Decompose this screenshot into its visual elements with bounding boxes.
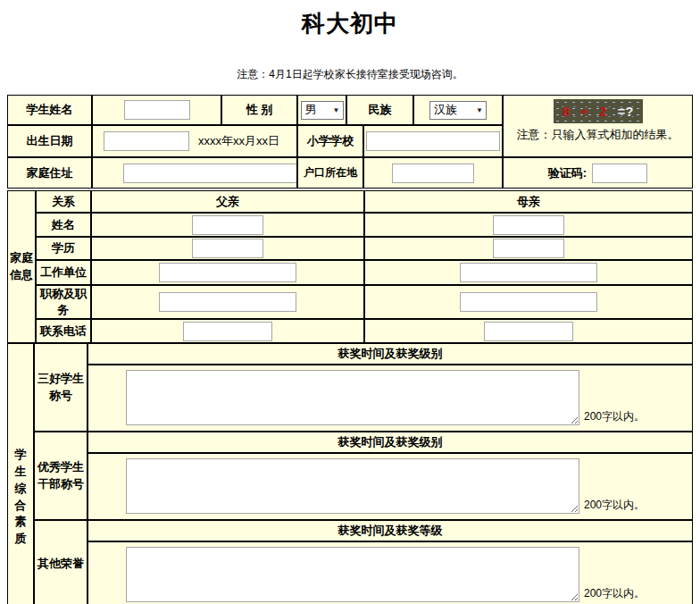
mother-title-input[interactable]: [460, 292, 597, 312]
father-employer-input[interactable]: [159, 263, 296, 282]
family-row-label: 职称及职务: [36, 285, 91, 319]
student-name-input[interactable]: [124, 100, 190, 120]
father-education-input[interactable]: [192, 239, 263, 258]
captcha-num1: 8: [562, 104, 570, 119]
captcha-operator: +: [580, 104, 588, 119]
mother-phone-input[interactable]: [484, 322, 573, 341]
family-row-label: 姓名: [36, 213, 91, 237]
mother-employer-input[interactable]: [460, 263, 597, 282]
page-title: 科大初中: [0, 8, 700, 39]
home-address-label: 家庭住址: [7, 157, 92, 189]
father-name-input[interactable]: [192, 215, 263, 235]
merit-student-textarea[interactable]: [126, 370, 579, 425]
birth-date-input[interactable]: [104, 131, 189, 151]
captcha-code-input[interactable]: [592, 164, 647, 183]
captcha-area: 8 + 2 =? 注意：只输入算式相加的结果。: [503, 95, 693, 157]
student-name-label: 学生姓名: [7, 95, 92, 125]
captcha-code-label: 验证码:: [548, 165, 587, 181]
registry-location-label: 户口所在地: [297, 157, 363, 189]
quality-block-label: 优秀学生干部称号: [34, 432, 88, 520]
gender-select-value: 男: [305, 102, 317, 118]
award-header: 获奖时间及获奖级别: [88, 432, 693, 453]
student-quality-table: 学生综合素质 三好学生称号 获奖时间及获奖级别 200字以内。 优秀学生干部称号…: [7, 343, 693, 604]
chevron-down-icon: ▼: [333, 106, 340, 114]
family-section-label: 家庭信息: [7, 190, 36, 343]
other-honors-textarea[interactable]: [126, 547, 579, 602]
captcha-image: 8 + 2 =?: [554, 99, 643, 123]
enrollment-form: 学生姓名 性 别 男 ▼ 民族 汉族 ▼ 8 + 2: [7, 95, 693, 604]
award-header: 获奖时间及获奖等级: [88, 520, 693, 541]
gender-select[interactable]: 男 ▼: [301, 101, 344, 120]
captcha-num2: 2: [599, 104, 606, 119]
mother-name-input[interactable]: [493, 215, 564, 235]
award-header: 获奖时间及获奖级别: [88, 343, 693, 365]
chevron-down-icon: ▼: [476, 106, 483, 114]
quality-block-label: 其他荣誉: [34, 520, 88, 604]
outstanding-cadre-textarea[interactable]: [126, 458, 579, 514]
home-address-input[interactable]: [123, 164, 297, 183]
birth-format-hint: xxxx年xx月xx日: [198, 133, 279, 149]
quality-block-label: 三好学生称号: [34, 343, 88, 432]
relation-label: 关系: [36, 190, 91, 213]
primary-school-input[interactable]: [366, 131, 500, 151]
quality-section-label: 学生综合素质: [7, 343, 34, 604]
captcha-note: 注意：只输入算式相加的结果。: [504, 127, 692, 143]
registry-location-input[interactable]: [392, 164, 474, 183]
mother-column-header: 母亲: [364, 190, 693, 213]
family-row-label: 联系电话: [36, 319, 91, 343]
family-row-label: 学历: [36, 237, 91, 260]
char-limit-note: 200字以内。: [584, 498, 645, 514]
ethnicity-select[interactable]: 汉族 ▼: [429, 101, 487, 120]
primary-school-label: 小学学校: [297, 125, 363, 157]
father-column-header: 父亲: [91, 190, 364, 213]
ethnicity-label: 民族: [346, 95, 413, 125]
char-limit-note: 200字以内。: [584, 586, 645, 602]
ethnicity-select-value: 汉族: [434, 102, 457, 118]
family-info-table: 家庭信息 关系 父亲 母亲 姓名 学历 工作单位 职称及职务 联系电话: [7, 190, 693, 343]
student-info-table: 学生姓名 性 别 男 ▼ 民族 汉族 ▼ 8 + 2: [7, 95, 693, 189]
family-row-label: 工作单位: [36, 260, 91, 285]
gender-label: 性 别: [221, 95, 297, 125]
captcha-equals: =?: [618, 104, 634, 119]
char-limit-note: 200字以内。: [584, 409, 645, 425]
birth-date-label: 出生日期: [7, 125, 92, 157]
mother-education-input[interactable]: [493, 239, 564, 258]
notice-text: 注意：4月1日起学校家长接待室接受现场咨询。: [0, 67, 700, 82]
father-title-input[interactable]: [159, 292, 296, 312]
father-phone-input[interactable]: [183, 322, 272, 341]
